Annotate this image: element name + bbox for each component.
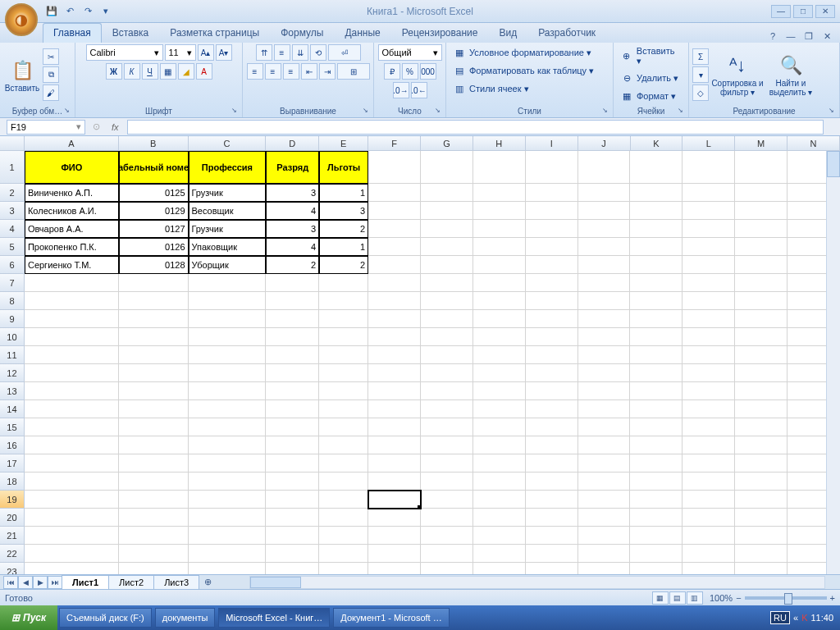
cell[interactable] [473,151,526,184]
cell[interactable] [119,382,189,400]
cell[interactable] [421,151,473,184]
cell[interactable] [526,527,578,545]
percent-icon[interactable]: % [402,63,418,80]
cell[interactable] [25,364,119,382]
cell[interactable] [735,238,788,256]
cell[interactable] [25,491,119,509]
column-header[interactable]: N [788,136,840,151]
row-header[interactable]: 11 [0,346,25,364]
save-icon[interactable]: 💾 [44,4,59,19]
row-header[interactable]: 15 [0,418,25,436]
cell[interactable] [421,527,473,545]
cell[interactable]: 2 [319,220,368,238]
cell[interactable] [189,527,267,545]
row-header[interactable]: 1 [0,151,25,184]
cell[interactable] [421,545,473,563]
column-header[interactable]: H [473,136,526,151]
cell[interactable] [368,454,421,472]
cell[interactable] [735,454,788,472]
cell[interactable] [630,472,682,491]
cell[interactable] [421,220,473,238]
cell[interactable] [578,491,631,509]
cell[interactable] [119,310,189,328]
cell[interactable] [368,509,421,527]
cell[interactable] [25,509,119,527]
cell-styles-button[interactable]: ▥Стили ячеек ▾ [450,80,532,97]
cell[interactable] [735,151,788,184]
cell[interactable] [682,346,735,364]
doc-restore-icon[interactable]: ❐ [802,30,815,43]
cell[interactable] [682,545,735,563]
cell[interactable] [266,310,319,328]
align-left-icon[interactable]: ≡ [247,63,263,80]
cell[interactable] [526,292,578,310]
name-box[interactable]: F19▾ [7,120,85,135]
row-header[interactable]: 23 [0,563,25,574]
format-painter-icon[interactable]: 🖌 [43,84,59,101]
cell[interactable] [421,382,473,400]
cell[interactable] [526,238,578,256]
row-header[interactable]: 19 [0,491,25,509]
cell[interactable] [578,202,631,220]
cell[interactable] [319,292,368,310]
cell[interactable] [682,436,735,454]
decrease-decimal-icon[interactable]: .0← [411,82,427,98]
cell[interactable]: 1 [319,238,368,256]
cell[interactable] [578,527,631,545]
cell[interactable] [473,328,526,346]
cell[interactable] [421,328,473,346]
cell[interactable] [473,184,526,202]
align-center-icon[interactable]: ≡ [265,63,281,80]
cell[interactable] [319,454,368,472]
row-header[interactable]: 6 [0,256,25,274]
cell[interactable] [578,509,631,527]
cell[interactable] [266,454,319,472]
clock[interactable]: 11:40 [810,613,833,623]
cell[interactable] [25,274,119,292]
cell[interactable] [630,400,682,418]
cell[interactable] [421,454,473,472]
cell[interactable] [682,418,735,436]
cell[interactable] [368,220,421,238]
cell[interactable] [189,545,267,563]
cell[interactable] [266,527,319,545]
cell[interactable] [421,256,473,274]
cell[interactable] [526,382,578,400]
cell[interactable] [368,364,421,382]
cell[interactable] [119,563,189,574]
cell[interactable] [421,563,473,574]
cell[interactable] [319,382,368,400]
cell[interactable] [473,220,526,238]
cell[interactable] [630,563,682,574]
zoom-slider[interactable] [745,596,827,600]
cell[interactable] [526,418,578,436]
cell[interactable]: Виниченко А.П. [25,184,119,202]
cell[interactable] [630,454,682,472]
format-cells-button[interactable]: ▦Формат ▾ [617,88,679,104]
increase-indent-icon[interactable]: ⇥ [319,63,336,80]
cell[interactable] [368,274,421,292]
cell[interactable] [368,491,421,509]
qat-dropdown-icon[interactable]: ▾ [98,4,113,19]
cell[interactable] [25,310,119,328]
increase-decimal-icon[interactable]: .0→ [393,82,409,98]
cell[interactable] [735,202,788,220]
cell[interactable] [526,328,578,346]
cell[interactable]: 2 [319,256,368,274]
currency-icon[interactable]: ₽ [384,63,400,80]
cell[interactable] [266,509,319,527]
view-pagebreak-icon[interactable]: ▥ [687,591,703,605]
cell[interactable] [630,364,682,382]
conditional-formatting-button[interactable]: ▦Условное форматирование ▾ [450,44,595,61]
cell[interactable] [630,491,682,509]
undo-icon[interactable]: ↶ [62,4,77,19]
grow-font-icon[interactable]: A▴ [198,44,214,61]
cell[interactable] [473,509,526,527]
cell[interactable] [630,545,682,563]
cell[interactable] [319,563,368,574]
cell[interactable] [526,436,578,454]
zoom-in-icon[interactable]: + [830,593,835,603]
underline-button[interactable]: Ч [142,63,158,80]
cell[interactable] [682,491,735,509]
cell[interactable] [473,454,526,472]
